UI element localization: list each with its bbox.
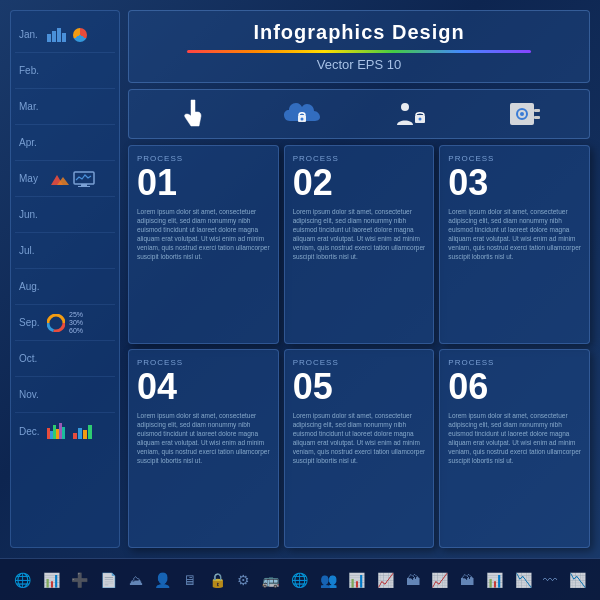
- bottom-icon-bus[interactable]: 🚌: [262, 572, 279, 588]
- svg-rect-31: [534, 116, 540, 119]
- process-04-text: Lorem ipsum dolor sit amet, consectetuer…: [137, 411, 270, 466]
- bottom-icon-doc[interactable]: 📄: [100, 572, 117, 588]
- bottom-icon-trend[interactable]: 📈: [377, 572, 394, 588]
- bottom-icon-gear[interactable]: ⚙: [237, 572, 250, 588]
- month-label-feb: Feb.: [19, 65, 47, 76]
- month-icons-sep: 25% 30% 60%: [47, 311, 83, 334]
- svg-rect-0: [47, 34, 51, 42]
- month-label-jan: Jan.: [19, 29, 47, 40]
- svg-rect-17: [62, 427, 65, 439]
- people-lock-icon: [395, 99, 431, 129]
- svg-point-29: [520, 112, 524, 116]
- sidebar: Jan. Feb. Mar.: [10, 10, 120, 548]
- svg-rect-12: [47, 428, 50, 439]
- month-label-sep: Sep.: [19, 317, 47, 328]
- safe-icon: [506, 99, 542, 129]
- pie-icon: [73, 28, 87, 42]
- main-container: Jan. Feb. Mar.: [0, 0, 600, 600]
- month-may: May: [15, 161, 115, 197]
- svg-rect-8: [78, 186, 90, 187]
- month-label-nov: Nov.: [19, 389, 47, 400]
- svg-rect-19: [78, 428, 82, 439]
- bottom-icon-wave[interactable]: 〰: [543, 572, 557, 588]
- touch-icon: [177, 98, 209, 130]
- month-icons-may: [47, 171, 95, 187]
- month-label-aug: Aug.: [19, 281, 47, 292]
- bottom-icon-trend2[interactable]: 📈: [431, 572, 448, 588]
- process-01-number: 01: [137, 163, 270, 203]
- svg-rect-14: [53, 425, 56, 439]
- svg-rect-18: [73, 433, 77, 439]
- month-feb: Feb.: [15, 53, 115, 89]
- touch-icon-box: [177, 98, 209, 130]
- month-mar: Mar.: [15, 89, 115, 125]
- bottom-icon-down2[interactable]: 📉: [569, 572, 586, 588]
- month-icons-dec: [47, 423, 95, 439]
- process-card-05: PROCESS 05 Lorem ipsum dolor sit amet, c…: [284, 349, 435, 548]
- process-06-text: Lorem ipsum dolor sit amet, consectetuer…: [448, 411, 581, 466]
- bottom-icon-people[interactable]: 👥: [320, 572, 337, 588]
- month-label-oct: Oct.: [19, 353, 47, 364]
- cloud-lock-icon: [284, 99, 320, 129]
- svg-rect-13: [50, 431, 53, 439]
- main-right: Infographics Design Vector EPS 10: [128, 10, 590, 548]
- month-oct: Oct.: [15, 341, 115, 377]
- svg-rect-21: [88, 425, 92, 439]
- cloud-lock-icon-box: [284, 99, 320, 129]
- bottom-icon-globe2[interactable]: 🌐: [291, 572, 308, 588]
- bottom-icon-down[interactable]: 📉: [515, 572, 532, 588]
- svg-rect-3: [62, 33, 66, 42]
- monitor-icon: [73, 171, 95, 187]
- rainbow-bar: [187, 50, 531, 53]
- svg-point-24: [401, 103, 409, 111]
- svg-rect-16: [59, 423, 62, 439]
- svg-rect-6: [74, 172, 94, 184]
- month-dec: Dec.: [15, 413, 115, 449]
- month-label-jul: Jul.: [19, 245, 47, 256]
- bottom-icon-bar2[interactable]: 📊: [486, 572, 503, 588]
- page-subtitle: Vector EPS 10: [144, 57, 574, 72]
- process-05-text: Lorem ipsum dolor sit amet, consectetuer…: [293, 411, 426, 466]
- process-02-number: 02: [293, 163, 426, 203]
- month-nov: Nov.: [15, 377, 115, 413]
- process-06-number: 06: [448, 367, 581, 407]
- bottom-icon-bar[interactable]: 📊: [348, 572, 365, 588]
- month-label-may: May: [19, 173, 47, 184]
- svg-rect-1: [52, 31, 56, 42]
- month-label-jun: Jun.: [19, 209, 47, 220]
- process-card-03: PROCESS 03 Lorem ipsum dolor sit amet, c…: [439, 145, 590, 344]
- bottom-icon-plus[interactable]: ➕: [71, 572, 88, 588]
- bottom-icon-hills[interactable]: 🏔: [406, 572, 420, 588]
- process-02-text: Lorem ipsum dolor sit amet, consectetuer…: [293, 207, 426, 262]
- svg-rect-20: [83, 430, 87, 439]
- month-sep: Sep. 25% 30% 60%: [15, 305, 115, 341]
- bottom-icon-hills2[interactable]: 🏔: [460, 572, 474, 588]
- safe-icon-box: [506, 99, 542, 129]
- bottom-icon-user[interactable]: 👤: [154, 572, 171, 588]
- bottom-icon-mountain[interactable]: ⛰: [129, 572, 143, 588]
- month-icons-jan: [47, 28, 87, 42]
- bottom-icon-monitor[interactable]: 🖥: [183, 572, 197, 588]
- process-card-01: PROCESS 01 Lorem ipsum dolor sit amet, c…: [128, 145, 279, 344]
- bottom-icon-globe[interactable]: 🌐: [14, 572, 31, 588]
- page-title: Infographics Design: [144, 21, 574, 44]
- mountain-icon: [47, 171, 69, 187]
- process-05-number: 05: [293, 367, 426, 407]
- toolbar-icons-row: [128, 89, 590, 139]
- month-apr: Apr.: [15, 125, 115, 161]
- month-label-apr: Apr.: [19, 137, 47, 148]
- svg-point-26: [418, 118, 421, 121]
- process-03-number: 03: [448, 163, 581, 203]
- people-lock-icon-box: [395, 99, 431, 129]
- multi-bar-icon: [47, 423, 69, 439]
- month-aug: Aug.: [15, 269, 115, 305]
- month-jan: Jan.: [15, 17, 115, 53]
- month-label-mar: Mar.: [19, 101, 47, 112]
- svg-point-23: [300, 118, 303, 121]
- bottom-icon-chart[interactable]: 📊: [43, 572, 60, 588]
- svg-rect-7: [81, 184, 87, 186]
- process-04-number: 04: [137, 367, 270, 407]
- month-jun: Jun.: [15, 197, 115, 233]
- process-card-04: PROCESS 04 Lorem ipsum dolor sit amet, c…: [128, 349, 279, 548]
- bottom-icon-lock[interactable]: 🔒: [209, 572, 226, 588]
